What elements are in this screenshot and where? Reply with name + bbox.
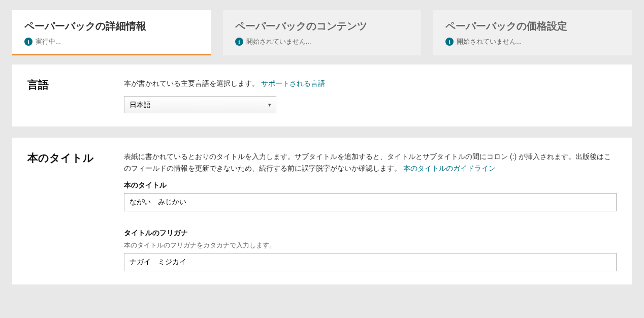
tab-title: ペーパーバックのコンテンツ — [235, 19, 409, 33]
book-title-label: 本のタイトル — [124, 181, 617, 190]
supported-languages-link[interactable]: サポートされる言語 — [261, 79, 325, 87]
language-help-text: 本が書かれている主要言語を選択します。 — [124, 79, 259, 87]
language-help: 本が書かれている主要言語を選択します。 サポートされる言語 — [124, 78, 617, 89]
tab-status-text: 実行中... — [36, 37, 61, 46]
tab-status-text: 開始されていません... — [457, 37, 522, 46]
section-label-title: 本のタイトル — [27, 151, 109, 271]
furigana-sublabel: 本のタイトルのフリガナをカタカナで入力します。 — [124, 241, 617, 250]
info-icon: i — [24, 38, 33, 46]
title-guideline-link[interactable]: 本のタイトルのガイドライン — [403, 164, 496, 172]
tab-status: i 開始されていません... — [235, 37, 409, 46]
furigana-input[interactable] — [124, 253, 617, 271]
title-help: 表紙に書かれているとおりのタイトルを入力します。サブタイトルを追加すると、タイト… — [124, 151, 617, 174]
tab-pricing[interactable]: ペーパーバックの価格設定 i 開始されていません... — [433, 10, 632, 55]
title-help-text: 表紙に書かれているとおりのタイトルを入力します。サブタイトルを追加すると、タイト… — [124, 152, 611, 172]
book-title-input[interactable] — [124, 193, 617, 211]
language-select[interactable]: 日本語 — [124, 96, 276, 113]
wizard-tabs: ペーパーバックの詳細情報 i 実行中... ペーパーバックのコンテンツ i 開始… — [12, 10, 632, 55]
tab-title: ペーパーバックの価格設定 — [445, 19, 620, 33]
title-section: 本のタイトル 表紙に書かれているとおりのタイトルを入力します。サブタイトルを追加… — [12, 138, 632, 284]
tab-details[interactable]: ペーパーバックの詳細情報 i 実行中... — [12, 10, 211, 55]
tab-status: i 実行中... — [24, 37, 199, 46]
info-icon: i — [235, 38, 243, 46]
tab-status-text: 開始されていません... — [246, 37, 311, 46]
tab-status: i 開始されていません... — [445, 37, 620, 46]
language-section: 言語 本が書かれている主要言語を選択します。 サポートされる言語 日本語 ▾ — [12, 65, 632, 126]
tab-title: ペーパーバックの詳細情報 — [24, 19, 199, 33]
furigana-label: タイトルのフリガナ — [124, 229, 617, 238]
tab-content[interactable]: ペーパーバックのコンテンツ i 開始されていません... — [223, 10, 422, 55]
book-title-field-block: 本のタイトル — [124, 181, 617, 211]
language-select-wrap: 日本語 ▾ — [124, 96, 276, 113]
furigana-field-block: タイトルのフリガナ 本のタイトルのフリガナをカタカナで入力します。 — [124, 229, 617, 271]
section-label-language: 言語 — [27, 78, 109, 113]
info-icon: i — [445, 38, 454, 46]
